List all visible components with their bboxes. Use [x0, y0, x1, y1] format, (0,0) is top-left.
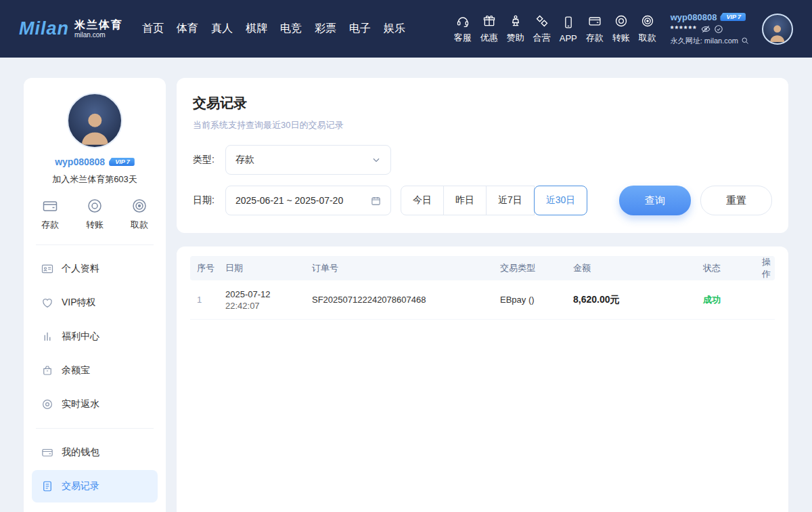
wallet-icon — [41, 446, 53, 458]
nav-withdraw-label: 取款 — [639, 32, 656, 44]
col-amount: 金额 — [570, 262, 700, 274]
type-label: 类型: — [193, 154, 225, 166]
nav-link-lottery[interactable]: 彩票 — [315, 22, 336, 36]
type-select[interactable]: 存款 — [225, 145, 391, 175]
range-30days-button[interactable]: 近30日 — [534, 186, 588, 215]
nav-transfer-label: 转账 — [612, 32, 630, 44]
sidebar-menu-wallet: 我的钱包 交易记录 — [30, 435, 159, 503]
trophy-icon — [509, 14, 522, 28]
headset-icon — [456, 14, 470, 28]
balance-mask: ****** — [671, 24, 698, 34]
page-title: 交易记录 — [193, 94, 772, 112]
username: wyp080808 — [55, 156, 105, 167]
table-header: 序号 日期 订单号 交易类型 金额 状态 操作 — [190, 256, 775, 280]
wallet-icon — [588, 14, 602, 28]
nav-withdraw-button[interactable]: 取款 — [639, 14, 656, 44]
range-7days-button[interactable]: 近7日 — [486, 186, 535, 215]
phone-icon — [562, 15, 575, 30]
nav-link-esports[interactable]: 电竞 — [280, 22, 302, 36]
brand-logo-script: Milan — [19, 18, 69, 39]
sidebar-item-rebate[interactable]: 实时返水 — [32, 388, 158, 421]
joined-days-text: 加入米兰体育第603天 — [52, 173, 137, 186]
col-type: 交易类型 — [497, 262, 570, 274]
nav-transfer-button[interactable]: 转账 — [612, 14, 630, 44]
sidebar-menu: 个人资料 VIP特权 福利中心 余额宝 — [30, 252, 159, 421]
nav-app-label: APP — [560, 33, 577, 43]
row-time-value: 22:42:07 — [225, 301, 307, 311]
sidebar-deposit-label: 存款 — [41, 219, 59, 231]
sidebar-item-yuebao-label: 余额宝 — [62, 364, 90, 377]
refresh-balance-icon[interactable] — [714, 24, 723, 34]
page-subtitle: 当前系统支持查询最近30日的交易记录 — [193, 119, 772, 131]
deposit-icon — [42, 198, 58, 214]
withdraw-icon — [131, 198, 148, 214]
nav-link-slots[interactable]: 电子 — [349, 22, 371, 36]
avatar[interactable] — [67, 93, 122, 148]
brand-domain: milan.com — [74, 31, 123, 39]
profile-sidebar: wyp080808 VIP 7 加入米兰体育第603天 存款 转账 — [24, 78, 166, 512]
nav-support-label: 客服 — [454, 32, 472, 44]
divider — [36, 428, 154, 429]
range-yesterday-button[interactable]: 昨日 — [443, 186, 487, 215]
brand-name-cn: 米兰体育 — [74, 19, 123, 31]
sidebar-item-transaction-records[interactable]: 交易记录 — [32, 470, 158, 503]
nav-app-button[interactable]: APP — [560, 15, 577, 43]
sidebar-item-profile[interactable]: 个人资料 — [32, 253, 158, 285]
sidebar-item-vip[interactable]: VIP特权 — [32, 286, 158, 319]
nav-support-button[interactable]: 客服 — [454, 14, 472, 44]
row-amount: 8,620.00元 — [570, 289, 700, 312]
sidebar-transfer-label: 转账 — [86, 219, 104, 231]
brand-logo[interactable]: Milan 米兰体育 milan.com — [19, 18, 123, 39]
sidebar-item-transaction-records-label: 交易记录 — [62, 480, 99, 492]
sidebar-item-welfare[interactable]: 福利中心 — [32, 320, 158, 353]
sidebar-transfer-button[interactable]: 转账 — [86, 198, 104, 231]
search-button[interactable]: 查询 — [619, 186, 691, 215]
sidebar-item-yuebao[interactable]: 余额宝 — [32, 354, 158, 387]
calendar-icon — [371, 196, 381, 206]
sidebar-withdraw-label: 取款 — [131, 219, 148, 231]
nav-deposit-label: 存款 — [586, 32, 604, 44]
nav-link-live[interactable]: 真人 — [211, 22, 233, 36]
user-info-block: wyp080808 VIP 7 ****** 永久网址: milan.com — [671, 12, 749, 46]
eye-off-icon[interactable] — [701, 24, 710, 34]
id-card-icon — [41, 263, 53, 275]
range-today-button[interactable]: 今日 — [401, 186, 444, 215]
sidebar-withdraw-button[interactable]: 取款 — [131, 198, 148, 231]
table-row: 1 2025-07-12 22:42:07 SF2025071222420786… — [190, 280, 775, 320]
sidebar-item-my-wallet[interactable]: 我的钱包 — [32, 436, 158, 469]
row-date: 2025-07-12 22:42:07 — [223, 284, 309, 316]
sidebar-item-my-wallet-label: 我的钱包 — [62, 446, 99, 458]
date-range-input[interactable]: 2025-06-21 ~ 2025-07-20 — [225, 186, 391, 215]
avatar[interactable] — [762, 14, 793, 45]
nav-link-cards[interactable]: 棋牌 — [246, 22, 267, 36]
quick-range-group: 今日 昨日 近7日 近30日 — [401, 186, 587, 215]
row-order-no: SF202507122242078607468 — [309, 289, 497, 310]
nav-promo-button[interactable]: 优惠 — [480, 14, 498, 44]
nav-affiliate-button[interactable]: 合营 — [533, 14, 551, 44]
search-icon[interactable] — [741, 37, 749, 45]
reset-button[interactable]: 重置 — [700, 186, 772, 215]
sidebar-deposit-button[interactable]: 存款 — [41, 198, 59, 231]
divider — [36, 244, 154, 245]
vip-badge: VIP 7 — [720, 13, 746, 21]
nav-link-casino[interactable]: 娱乐 — [384, 22, 405, 36]
col-status: 状态 — [700, 262, 756, 274]
transaction-table-card: 序号 日期 订单号 交易类型 金额 状态 操作 1 2025-07-12 22:… — [177, 247, 788, 512]
records-icon — [41, 480, 53, 492]
chevron-down-icon — [371, 155, 381, 165]
transaction-filter-card: 交易记录 当前系统支持查询最近30日的交易记录 类型: 存款 日期: 2025-… — [177, 78, 788, 233]
withdraw-icon — [641, 14, 654, 28]
vault-icon — [41, 364, 53, 377]
chart-icon — [41, 330, 53, 343]
nav-sponsor-button[interactable]: 赞助 — [507, 14, 524, 44]
sidebar-item-welfare-label: 福利中心 — [62, 330, 99, 343]
transfer-icon — [87, 198, 103, 214]
nav-link-home[interactable]: 首页 — [142, 22, 164, 36]
col-date: 日期 — [223, 262, 309, 274]
nav-deposit-button[interactable]: 存款 — [586, 14, 604, 44]
nav-link-sports[interactable]: 体育 — [177, 22, 198, 36]
wallet-quick-actions: 存款 转账 取款 — [30, 186, 159, 242]
date-label: 日期: — [193, 194, 225, 207]
tags-icon — [535, 14, 549, 28]
sidebar-item-vip-label: VIP特权 — [62, 297, 96, 309]
